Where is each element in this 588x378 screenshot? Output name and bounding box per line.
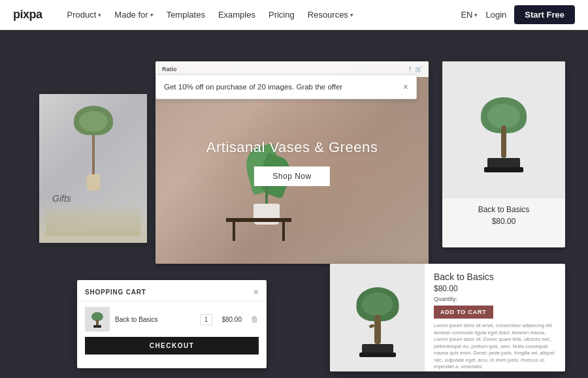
nav-item-product[interactable]: Product ▾ (62, 7, 107, 22)
hero-title: Artisanal Vases & Greens (206, 139, 378, 156)
detail-bonsai-pot-base (359, 353, 396, 357)
cart-title: SHOPPING CART (85, 289, 146, 296)
bonsai-pot-base (484, 167, 523, 172)
shop-now-button[interactable]: Shop Now (254, 166, 329, 186)
chevron-down-icon: ▾ (474, 12, 478, 18)
site-logo[interactable]: pixpa (13, 8, 42, 22)
nav-item-made-for[interactable]: Made for ▾ (109, 7, 158, 22)
cart-item-image (85, 307, 110, 332)
product-card: Back to Basics $80.00 (442, 61, 565, 247)
hero-content: Artisanal Vases & Greens Shop Now (206, 139, 378, 186)
vase (87, 174, 100, 191)
detail-description: Lorem ipsum dolor sit amet, consectetur … (434, 323, 556, 371)
table-leg-left (233, 222, 235, 241)
tree-trunk (92, 135, 95, 174)
cart-item-name: Back to Basics (115, 316, 195, 323)
nav-item-resources[interactable]: Resources ▾ (302, 7, 359, 22)
detail-info: Back to Basics $80.00 Quantity: ADD TO C… (425, 264, 565, 371)
hero-bar-icons: f 🛒 (409, 66, 422, 72)
hero-table (226, 218, 291, 241)
promo-text: Get 10% off on purchase of 20 images. Gr… (164, 83, 403, 91)
shopping-cart: SHOPPING CART × Back to Basics 1 $80.00 … (77, 280, 267, 368)
product-info: Back to Basics $80.00 (442, 198, 565, 232)
detail-image (330, 264, 425, 371)
chevron-down-icon: ▾ (150, 12, 154, 18)
svg-rect-2 (93, 325, 101, 328)
cart-item-price: $80.00 (221, 316, 242, 323)
product-name: Back to Basics (451, 205, 556, 214)
start-free-button[interactable]: Start Free (514, 5, 575, 24)
tree-foliage (74, 106, 113, 135)
nav-item-pricing[interactable]: Pricing (263, 7, 300, 22)
nav-item-examples[interactable]: Examples (213, 7, 261, 22)
svg-rect-1 (96, 320, 99, 325)
table-top (226, 218, 291, 222)
delete-icon[interactable]: 🗑 (251, 315, 259, 324)
hero-site-logo: Ratio (162, 66, 409, 72)
gifts-label: Gifts (52, 193, 71, 204)
product-bonsai (474, 87, 533, 172)
cart-close-icon[interactable]: × (253, 287, 259, 297)
checkout-button[interactable]: CHECKOUT (85, 337, 259, 354)
add-to-cart-button[interactable]: ADD TO CART (434, 306, 493, 319)
gifts-card: Gifts (39, 94, 147, 243)
cart-header: SHOPPING CART × (77, 280, 267, 302)
gifts-texture-overlay (46, 204, 140, 236)
gifts-card-image: Gifts (39, 94, 147, 243)
product-price: $80.00 (451, 217, 556, 226)
chevron-down-icon: ▾ (350, 12, 353, 18)
cart-item: Back to Basics 1 $80.00 🗑 (77, 302, 267, 337)
cart-icon: 🛒 (415, 66, 422, 72)
bonsai-icon (88, 310, 106, 328)
detail-product-price: $80.00 (434, 284, 556, 293)
navigation: pixpa Product ▾ Made for ▾ Templates Exa… (0, 0, 588, 30)
nav-right: EN ▾ Login Start Free (461, 5, 575, 24)
table-leg-right (282, 222, 285, 241)
svg-point-0 (91, 312, 103, 321)
nav-links: Product ▾ Made for ▾ Templates Examples … (62, 7, 461, 22)
facebook-icon: f (409, 66, 411, 72)
promo-popup: Get 10% off on purchase of 20 images. Gr… (155, 74, 417, 99)
product-image-area (442, 61, 565, 198)
bonsai-trunk (501, 125, 506, 158)
main-content: Gifts Ratio f 🛒 Artisanal Vases & Greens (0, 30, 588, 378)
login-button[interactable]: Login (485, 10, 506, 20)
detail-bonsai-trunk (374, 315, 381, 344)
chevron-down-icon: ▾ (98, 12, 101, 18)
cart-item-quantity[interactable]: 1 (200, 314, 213, 325)
language-selector[interactable]: EN ▾ (461, 10, 478, 20)
detail-quantity-label: Quantity: (434, 296, 556, 302)
close-icon[interactable]: × (403, 82, 408, 91)
product-detail-card: Back to Basics $80.00 Quantity: ADD TO C… (330, 264, 565, 371)
nav-item-templates[interactable]: Templates (161, 7, 210, 22)
detail-bonsai (350, 279, 405, 357)
detail-product-name: Back to Basics (434, 272, 556, 282)
